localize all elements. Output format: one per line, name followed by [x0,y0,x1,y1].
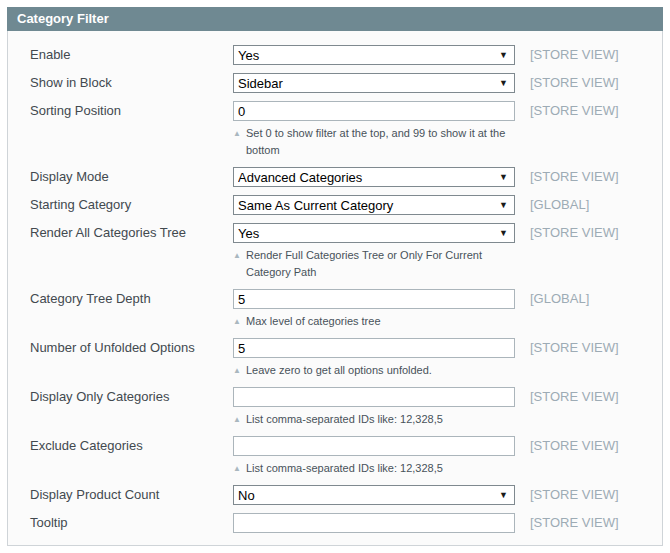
form-row-render-all-categories-tree: Render All Categories Tree Yes▼ ▲ Render… [30,223,662,281]
form-row-show-in-block: Show in Block Sidebar▼ [STORE VIEW] [30,73,662,93]
field-cell: Advanced Categories▼ [233,167,515,187]
field-note: ▲ List comma-separated IDs like: 12,328,… [233,411,515,428]
field-input-sorting-position[interactable] [233,101,515,121]
note-text: Render Full Categories Tree or Only For … [246,247,514,281]
field-note: ▲ List comma-separated IDs like: 12,328,… [233,460,515,477]
form-row-exclude-categories: Exclude Categories ▲ List comma-separate… [30,436,662,477]
field-input-exclude-categories[interactable] [233,436,515,456]
form-row-display-only-categories: Display Only Categories ▲ List comma-sep… [30,387,662,428]
field-select-show-in-block: Sidebar▼ [233,73,515,93]
category-filter-panel: Category Filter Enable Yes▼ [STORE VIEW]… [7,7,663,546]
note-triangle-icon: ▲ [233,313,246,330]
field-label: Show in Block [30,73,233,93]
field-input-category-tree-depth[interactable] [233,289,515,309]
field-label: Sorting Position [30,101,233,121]
field-label: Display Product Count [30,485,233,505]
field-select-display-product-count: No▼ [233,485,515,505]
field-cell: Sidebar▼ [233,73,515,93]
scope-label: [STORE VIEW] [530,73,619,93]
form-row-display-product-count: Display Product Count No▼ [STORE VIEW] [30,485,662,505]
note-triangle-icon: ▲ [233,362,246,379]
field-cell: ▲ Max level of categories tree [233,289,515,330]
select-enable[interactable]: Yes [233,45,515,65]
field-label: Display Only Categories [30,387,233,407]
note-triangle-icon: ▲ [233,247,246,281]
scope-label: [GLOBAL] [530,195,589,215]
field-cell: Yes▼ ▲ Render Full Categories Tree or On… [233,223,515,281]
field-cell: ▲ List comma-separated IDs like: 12,328,… [233,436,515,477]
panel-body: Enable Yes▼ [STORE VIEW] Show in Block S… [7,31,663,546]
form-row-sorting-position: Sorting Position ▲ Set 0 to show filter … [30,101,662,159]
scope-label: [GLOBAL] [530,289,589,309]
field-label: Enable [30,45,233,65]
field-select-display-mode: Advanced Categories▼ [233,167,515,187]
field-note: ▲ Render Full Categories Tree or Only Fo… [233,247,515,281]
field-cell: Same As Current Category▼ [233,195,515,215]
note-triangle-icon: ▲ [233,460,246,477]
form-row-starting-category: Starting Category Same As Current Catego… [30,195,662,215]
field-label: Render All Categories Tree [30,223,233,243]
field-label: Tooltip [30,513,233,533]
field-label: Display Mode [30,167,233,187]
scope-label: [STORE VIEW] [530,436,619,456]
scope-label: [STORE VIEW] [530,45,619,65]
form-row-enable: Enable Yes▼ [STORE VIEW] [30,45,662,65]
field-label: Starting Category [30,195,233,215]
scope-label: [STORE VIEW] [530,338,619,358]
field-input-display-only-categories[interactable] [233,387,515,407]
field-cell: ▲ List comma-separated IDs like: 12,328,… [233,387,515,428]
form-row-display-mode: Display Mode Advanced Categories▼ [STORE… [30,167,662,187]
note-text: Leave zero to get all options unfolded. [246,362,432,379]
field-input-number-of-unfolded-options[interactable] [233,338,515,358]
field-cell: No▼ [233,485,515,505]
field-select-enable: Yes▼ [233,45,515,65]
select-display-mode[interactable]: Advanced Categories [233,167,515,187]
form-row-number-of-unfolded-options: Number of Unfolded Options ▲ Leave zero … [30,338,662,379]
field-cell: ▲ Set 0 to show filter at the top, and 9… [233,101,515,159]
scope-label: [STORE VIEW] [530,167,619,187]
field-note: ▲ Set 0 to show filter at the top, and 9… [233,125,515,159]
note-triangle-icon: ▲ [233,411,246,428]
panel-title: Category Filter [17,11,109,26]
field-label: Category Tree Depth [30,289,233,309]
note-text: List comma-separated IDs like: 12,328,5 [246,411,443,428]
select-starting-category[interactable]: Same As Current Category [233,195,515,215]
field-select-render-all-categories-tree: Yes▼ [233,223,515,243]
note-triangle-icon: ▲ [233,125,246,159]
field-cell [233,513,515,533]
form-row-category-tree-depth: Category Tree Depth ▲ Max level of categ… [30,289,662,330]
scope-label: [STORE VIEW] [530,387,619,407]
scope-label: [STORE VIEW] [530,223,619,243]
note-text: List comma-separated IDs like: 12,328,5 [246,460,443,477]
panel-header: Category Filter [7,7,663,31]
field-label: Number of Unfolded Options [30,338,233,358]
form-row-tooltip: Tooltip [STORE VIEW] [30,513,662,533]
scope-label: [STORE VIEW] [530,513,619,533]
field-note: ▲ Max level of categories tree [233,313,515,330]
select-show-in-block[interactable]: Sidebar [233,73,515,93]
note-text: Max level of categories tree [246,313,381,330]
scope-label: [STORE VIEW] [530,101,619,121]
select-render-all-categories-tree[interactable]: Yes [233,223,515,243]
scope-label: [STORE VIEW] [530,485,619,505]
note-text: Set 0 to show filter at the top, and 99 … [246,125,514,159]
select-display-product-count[interactable]: No [233,485,515,505]
field-label: Exclude Categories [30,436,233,456]
field-input-tooltip[interactable] [233,513,515,533]
field-cell: Yes▼ [233,45,515,65]
field-note: ▲ Leave zero to get all options unfolded… [233,362,515,379]
field-cell: ▲ Leave zero to get all options unfolded… [233,338,515,379]
field-select-starting-category: Same As Current Category▼ [233,195,515,215]
